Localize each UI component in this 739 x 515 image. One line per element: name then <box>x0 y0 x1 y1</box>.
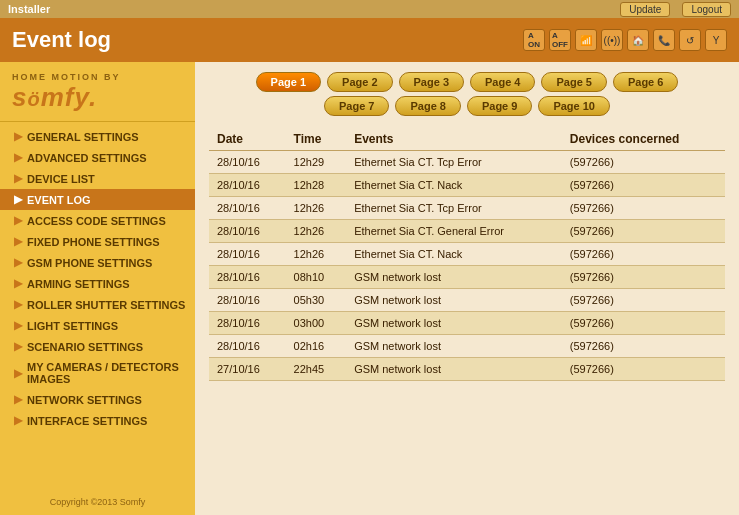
table-row: 28/10/1612h26Ethernet Sia CT. General Er… <box>209 220 725 243</box>
cell-event: Ethernet Sia CT. Nack <box>346 174 562 197</box>
page-btn-10[interactable]: Page 10 <box>538 96 610 116</box>
nav-arrow-icon: ▶ <box>14 130 22 143</box>
page-btn-6[interactable]: Page 6 <box>613 72 678 92</box>
page-btn-8[interactable]: Page 8 <box>395 96 460 116</box>
sidebar-footer: Copyright ©2013 Somfy <box>0 493 195 511</box>
nav-arrow-icon: ▶ <box>14 298 22 311</box>
nav-item-label: MY CAMERAS / DETECTORS IMAGES <box>27 361 187 385</box>
table-body: 28/10/1612h29Ethernet Sia CT. Tcp Error(… <box>209 151 725 381</box>
nav-item-label: ADVANCED SETTINGS <box>27 152 147 164</box>
nav-item-label: GENERAL SETTINGS <box>27 131 139 143</box>
nav-arrow-icon: ▶ <box>14 367 22 380</box>
cell-event: GSM network lost <box>346 266 562 289</box>
cell-event: Ethernet Sia CT. Tcp Error <box>346 151 562 174</box>
cell-device: (597266) <box>562 174 725 197</box>
sidebar-item-event-log[interactable]: ▶EVENT LOG <box>0 189 195 210</box>
sidebar-item-arming-settings[interactable]: ▶ARMING SETTINGS <box>0 273 195 294</box>
cell-event: GSM network lost <box>346 335 562 358</box>
nav-item-label: ACCESS CODE SETTINGS <box>27 215 166 227</box>
sidebar-item-general-settings[interactable]: ▶GENERAL SETTINGS <box>0 126 195 147</box>
page-btn-3[interactable]: Page 3 <box>399 72 464 92</box>
header-icons: AON AOFF 📶 ((•)) 🏠 📞 ↺ Y <box>523 29 727 51</box>
table-row: 28/10/1608h10GSM network lost(597266) <box>209 266 725 289</box>
col-events: Events <box>346 128 562 151</box>
nav-item-label: DEVICE LIST <box>27 173 95 185</box>
cell-event: Ethernet Sia CT. Tcp Error <box>346 197 562 220</box>
nav-item-label: EVENT LOG <box>27 194 91 206</box>
cell-event: GSM network lost <box>346 289 562 312</box>
sidebar-item-scenario-settings[interactable]: ▶SCENARIO SETTINGS <box>0 336 195 357</box>
page-btn-4[interactable]: Page 4 <box>470 72 535 92</box>
nav-items: ▶GENERAL SETTINGS▶ADVANCED SETTINGS▶DEVI… <box>0 122 195 431</box>
col-date: Date <box>209 128 286 151</box>
nav-arrow-icon: ▶ <box>14 414 22 427</box>
cell-device: (597266) <box>562 197 725 220</box>
sidebar-item-light-settings[interactable]: ▶LIGHT SETTINGS <box>0 315 195 336</box>
logo-area: HOME MOTION BY sömfy. <box>0 62 195 122</box>
cell-date: 28/10/16 <box>209 266 286 289</box>
sidebar-item-advanced-settings[interactable]: ▶ADVANCED SETTINGS <box>0 147 195 168</box>
icon-signal[interactable]: 📶 <box>575 29 597 51</box>
cell-time: 12h26 <box>286 197 347 220</box>
table-row: 28/10/1602h16GSM network lost(597266) <box>209 335 725 358</box>
cell-device: (597266) <box>562 358 725 381</box>
cell-time: 05h30 <box>286 289 347 312</box>
page-btn-7[interactable]: Page 7 <box>324 96 389 116</box>
table-row: 28/10/1612h26Ethernet Sia CT. Nack(59726… <box>209 243 725 266</box>
nav-arrow-icon: ▶ <box>14 235 22 248</box>
cell-device: (597266) <box>562 312 725 335</box>
cell-date: 28/10/16 <box>209 151 286 174</box>
table-row: 28/10/1612h29Ethernet Sia CT. Tcp Error(… <box>209 151 725 174</box>
sidebar-item-roller-shutter-settings[interactable]: ▶ROLLER SHUTTER SETTINGS <box>0 294 195 315</box>
page-btn-9[interactable]: Page 9 <box>467 96 532 116</box>
installer-label: Installer <box>8 3 50 15</box>
sidebar-item-network-settings[interactable]: ▶NETWORK SETTINGS <box>0 389 195 410</box>
table-row: 28/10/1612h28Ethernet Sia CT. Nack(59726… <box>209 174 725 197</box>
nav-item-label: ARMING SETTINGS <box>27 278 130 290</box>
cell-device: (597266) <box>562 243 725 266</box>
sidebar-item-fixed-phone-settings[interactable]: ▶FIXED PHONE SETTINGS <box>0 231 195 252</box>
nav-item-label: ROLLER SHUTTER SETTINGS <box>27 299 185 311</box>
cell-time: 12h29 <box>286 151 347 174</box>
cell-event: GSM network lost <box>346 312 562 335</box>
pagination-row-1: Page 1Page 2Page 3Page 4Page 5Page 6 <box>256 72 679 92</box>
icon-phone[interactable]: 📞 <box>653 29 675 51</box>
update-button[interactable]: Update <box>620 2 670 17</box>
cell-time: 12h26 <box>286 243 347 266</box>
table-header-row: Date Time Events Devices concerned <box>209 128 725 151</box>
icon-refresh[interactable]: ↺ <box>679 29 701 51</box>
col-time: Time <box>286 128 347 151</box>
content-area: Page 1Page 2Page 3Page 4Page 5Page 6 Pag… <box>195 62 739 515</box>
nav-item-label: LIGHT SETTINGS <box>27 320 118 332</box>
event-table: Date Time Events Devices concerned 28/10… <box>209 128 725 381</box>
sidebar: HOME MOTION BY sömfy. ▶GENERAL SETTINGS▶… <box>0 62 195 515</box>
icon-y[interactable]: Y <box>705 29 727 51</box>
pagination: Page 1Page 2Page 3Page 4Page 5Page 6 Pag… <box>209 72 725 116</box>
page-btn-5[interactable]: Page 5 <box>541 72 606 92</box>
cell-date: 27/10/16 <box>209 358 286 381</box>
icon-wifi[interactable]: ((•)) <box>601 29 623 51</box>
icon-a-on[interactable]: AON <box>523 29 545 51</box>
cell-date: 28/10/16 <box>209 220 286 243</box>
sidebar-item-gsm-phone-settings[interactable]: ▶GSM PHONE SETTINGS <box>0 252 195 273</box>
nav-arrow-icon: ▶ <box>14 151 22 164</box>
sidebar-item-access-code-settings[interactable]: ▶ACCESS CODE SETTINGS <box>0 210 195 231</box>
cell-date: 28/10/16 <box>209 243 286 266</box>
icon-a-off[interactable]: AOFF <box>549 29 571 51</box>
sidebar-item-my-cameras--detectors-images[interactable]: ▶MY CAMERAS / DETECTORS IMAGES <box>0 357 195 389</box>
page-btn-1[interactable]: Page 1 <box>256 72 321 92</box>
cell-device: (597266) <box>562 151 725 174</box>
sidebar-item-interface-settings[interactable]: ▶INTERFACE SETTINGS <box>0 410 195 431</box>
sidebar-item-device-list[interactable]: ▶DEVICE LIST <box>0 168 195 189</box>
nav-arrow-icon: ▶ <box>14 214 22 227</box>
cell-time: 08h10 <box>286 266 347 289</box>
nav-arrow-icon: ▶ <box>14 277 22 290</box>
cell-event: GSM network lost <box>346 358 562 381</box>
nav-arrow-icon: ▶ <box>14 340 22 353</box>
page-btn-2[interactable]: Page 2 <box>327 72 392 92</box>
icon-home[interactable]: 🏠 <box>627 29 649 51</box>
logo-home-text: HOME MOTION BY <box>12 72 183 82</box>
pagination-row-2: Page 7Page 8Page 9Page 10 <box>324 96 610 116</box>
logout-button[interactable]: Logout <box>682 2 731 17</box>
cell-device: (597266) <box>562 335 725 358</box>
